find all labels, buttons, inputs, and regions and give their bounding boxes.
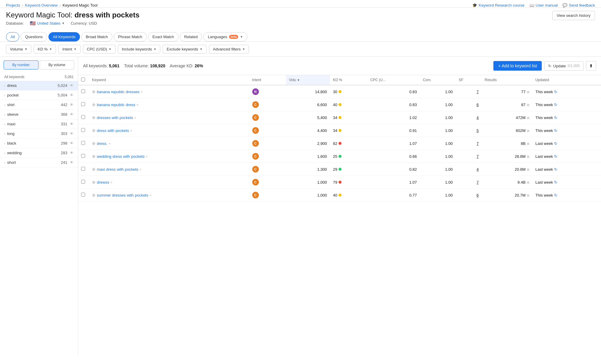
- keyword-link[interactable]: ⊕ summer dresses with pockets »: [92, 193, 246, 197]
- expand-keyword-icon[interactable]: »: [146, 154, 148, 158]
- eye-icon[interactable]: 👁: [70, 151, 74, 155]
- add-to-keyword-list-button[interactable]: + Add to keyword list: [493, 61, 542, 71]
- refresh-row-icon[interactable]: ↻: [554, 128, 557, 133]
- refresh-row-icon[interactable]: ↻: [554, 193, 557, 197]
- tab-questions[interactable]: Questions: [20, 32, 47, 41]
- sidebar-item-black[interactable]: › black 298 👁: [0, 139, 78, 148]
- expand-keyword-icon[interactable]: »: [134, 116, 136, 119]
- row-checkbox[interactable]: [81, 128, 85, 132]
- refresh-row-icon[interactable]: ↻: [554, 141, 557, 146]
- sf-link[interactable]: 7: [477, 180, 479, 185]
- add-keyword-icon[interactable]: ⊕: [92, 102, 96, 107]
- sidebar-item-short[interactable]: › short 241 👁: [0, 158, 78, 167]
- keyword-link[interactable]: ⊕ banana republic dresses »: [92, 89, 246, 94]
- send-feedback-link[interactable]: 💬 Send feedback: [563, 3, 595, 8]
- serp-icon[interactable]: ⊞: [527, 129, 529, 133]
- eye-icon[interactable]: 👁: [70, 122, 74, 126]
- view-history-button[interactable]: View search history: [552, 11, 595, 20]
- row-checkbox-cell[interactable]: [78, 124, 89, 137]
- tab-phrase-match[interactable]: Phrase Match: [114, 32, 147, 41]
- row-checkbox-cell[interactable]: [78, 137, 89, 150]
- row-checkbox[interactable]: [81, 180, 85, 184]
- keyword-link[interactable]: ⊕ dress with pockets »: [92, 128, 246, 133]
- refresh-row-icon[interactable]: ↻: [554, 115, 557, 120]
- add-keyword-icon[interactable]: ⊕: [92, 89, 96, 94]
- database-selector[interactable]: 🇺🇸 United States ▼: [30, 20, 65, 26]
- keyword-link[interactable]: ⊕ maxi dress with pockets »: [92, 167, 246, 172]
- sf-link[interactable]: 7: [477, 141, 479, 146]
- languages-button[interactable]: Languages beta ▼: [203, 32, 247, 41]
- cpc-filter[interactable]: CPC (USD) ▼: [83, 45, 115, 54]
- sidebar-item-sleeve[interactable]: › sleeve 368 👁: [0, 110, 78, 119]
- tab-related[interactable]: Related: [180, 32, 202, 41]
- eye-icon[interactable]: 👁: [70, 131, 74, 136]
- volume-filter[interactable]: Volume ▼: [6, 45, 31, 54]
- th-checkbox[interactable]: [78, 75, 89, 85]
- serp-icon[interactable]: ⊞: [527, 181, 529, 184]
- sf-link[interactable]: 6: [477, 102, 479, 107]
- refresh-row-icon[interactable]: ↻: [554, 102, 557, 107]
- intent-filter[interactable]: Intent ▼: [58, 45, 80, 54]
- row-checkbox[interactable]: [81, 167, 85, 171]
- add-keyword-icon[interactable]: ⊕: [92, 115, 96, 120]
- sort-by-number-button[interactable]: By number: [4, 60, 38, 69]
- tab-all[interactable]: All: [6, 32, 19, 41]
- sidebar-item-long[interactable]: › long 303 👁: [0, 129, 78, 139]
- update-button[interactable]: ↻ Update 0/1,000: [544, 61, 584, 71]
- sort-by-volume-button[interactable]: By volume: [40, 60, 75, 69]
- row-checkbox-cell[interactable]: [78, 85, 89, 98]
- add-keyword-icon[interactable]: ⊕: [92, 141, 96, 146]
- eye-icon[interactable]: 👁: [70, 93, 74, 97]
- sidebar-item-wedding[interactable]: › wedding 283 👁: [0, 148, 78, 158]
- sf-link[interactable]: 5: [477, 128, 479, 133]
- tab-broad-match[interactable]: Broad Match: [81, 32, 112, 41]
- row-checkbox[interactable]: [81, 115, 85, 119]
- serp-icon[interactable]: ⊞: [527, 155, 529, 158]
- refresh-row-icon[interactable]: ↻: [554, 154, 557, 159]
- row-checkbox-cell[interactable]: [78, 111, 89, 124]
- serp-icon[interactable]: ⊞: [527, 103, 529, 107]
- sf-link[interactable]: 7: [477, 154, 479, 159]
- serp-icon[interactable]: ⊞: [527, 194, 529, 197]
- row-checkbox[interactable]: [81, 193, 85, 197]
- eye-icon[interactable]: 👁: [70, 83, 74, 88]
- eye-icon[interactable]: 👁: [70, 141, 74, 145]
- keyword-link[interactable]: ⊕ dresses with pockets »: [92, 115, 246, 120]
- row-checkbox[interactable]: [81, 141, 85, 145]
- refresh-row-icon[interactable]: ↻: [554, 180, 557, 185]
- export-button[interactable]: ⬆: [586, 61, 596, 71]
- breadcrumb-projects[interactable]: Projects: [6, 3, 20, 8]
- advanced-filters[interactable]: Advanced filters ▼: [209, 45, 249, 54]
- expand-keyword-icon[interactable]: »: [149, 193, 151, 197]
- serp-icon[interactable]: ⊞: [527, 116, 529, 120]
- add-keyword-icon[interactable]: ⊕: [92, 193, 96, 197]
- row-checkbox[interactable]: [81, 102, 85, 106]
- add-keyword-icon[interactable]: ⊕: [92, 167, 96, 172]
- keyword-link[interactable]: ⊕ dress. »: [92, 141, 246, 146]
- sidebar-item-pocket[interactable]: › pocket 5,004 👁: [0, 90, 78, 100]
- add-keyword-icon[interactable]: ⊕: [92, 154, 96, 159]
- sidebar-item-maxi[interactable]: › maxi 331 👁: [0, 119, 78, 129]
- row-checkbox[interactable]: [81, 89, 85, 93]
- th-volume[interactable]: Volu ▼: [286, 75, 330, 85]
- user-manual-link[interactable]: 📖 User manual: [529, 3, 558, 8]
- row-checkbox[interactable]: [81, 154, 85, 158]
- expand-keyword-icon[interactable]: »: [109, 142, 110, 145]
- tab-all-keywords[interactable]: All Keywords: [48, 32, 80, 41]
- sf-link[interactable]: 7: [477, 90, 479, 94]
- serp-icon[interactable]: ⊞: [527, 142, 529, 145]
- row-checkbox-cell[interactable]: [78, 163, 89, 176]
- row-checkbox-cell[interactable]: [78, 98, 89, 111]
- sf-link[interactable]: 4: [477, 115, 479, 120]
- eye-icon[interactable]: 👁: [70, 112, 74, 117]
- add-keyword-icon[interactable]: ⊕: [92, 180, 96, 185]
- select-all-checkbox[interactable]: [81, 78, 85, 81]
- sidebar-item-all[interactable]: › dress 5,024 👁: [0, 81, 78, 90]
- expand-keyword-icon[interactable]: »: [136, 103, 138, 106]
- include-keywords-filter[interactable]: Include keywords ▼: [118, 45, 160, 54]
- keyword-link[interactable]: ⊕ drewss »: [92, 180, 246, 185]
- sidebar-item-shirt[interactable]: › shirt 442 👁: [0, 100, 78, 110]
- expand-keyword-icon[interactable]: »: [130, 129, 132, 132]
- serp-icon[interactable]: ⊞: [527, 90, 529, 94]
- eye-icon[interactable]: 👁: [70, 102, 74, 107]
